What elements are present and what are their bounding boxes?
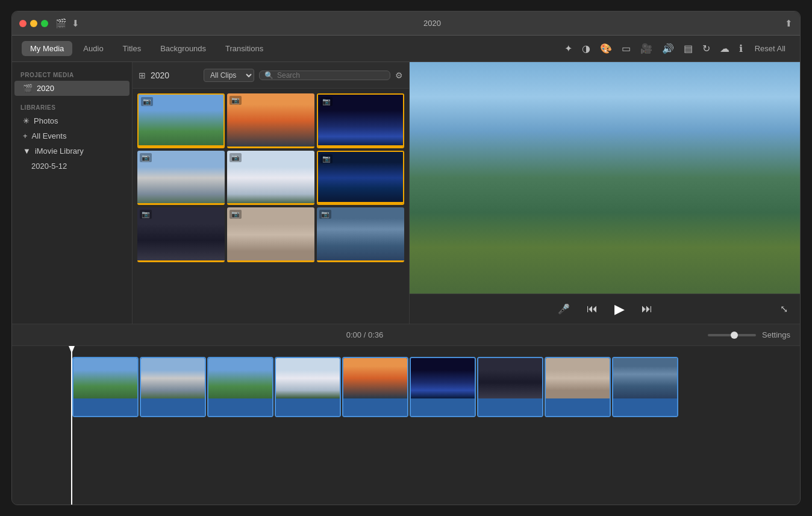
photos-icon: ✳ <box>23 116 30 125</box>
clip-label-6 <box>411 398 475 416</box>
timeline-clip-3[interactable] <box>207 357 273 417</box>
media-thumb-1[interactable]: 📷 <box>137 93 225 148</box>
media-thumb-4[interactable]: 📷 <box>137 151 225 206</box>
tab-transitions[interactable]: Transitions <box>217 41 272 56</box>
color-balance-icon[interactable]: ◑ <box>579 40 593 57</box>
play-button[interactable]: ▶ <box>612 299 627 319</box>
camera-icon-8: 📷 <box>230 210 242 219</box>
timeline-total-time: 0:36 <box>368 330 383 339</box>
camera-icon-2: 📷 <box>230 96 242 105</box>
media-thumb-3[interactable]: 📷 <box>317 93 404 148</box>
timeline-clip-5[interactable] <box>342 357 408 417</box>
title-bar: 🎬 ⬇ 2020 ⬆ <box>12 11 800 36</box>
minimize-button[interactable] <box>30 20 37 27</box>
sidebar-item-2020-5-12[interactable]: 2020-5-12 <box>14 159 130 174</box>
sidebar-all-events-label: All Events <box>32 131 67 140</box>
sidebar-item-2020[interactable]: 🎬 2020 <box>14 81 130 96</box>
tab-titles[interactable]: Titles <box>114 41 150 56</box>
skip-forward-button[interactable]: ⏭ <box>639 300 655 318</box>
media-thumb-8[interactable]: 📷 <box>227 207 314 262</box>
clips-filter-select[interactable]: All Clips Favorites Rejected <box>204 69 254 82</box>
timeline-clip-6[interactable] <box>410 357 476 417</box>
traffic-lights <box>19 20 48 27</box>
tab-backgrounds[interactable]: Backgrounds <box>152 41 214 56</box>
clip-thumb-5 <box>343 358 407 398</box>
timeline-clips <box>12 351 800 417</box>
media-thumb-2[interactable]: 📷 <box>227 93 314 148</box>
clip-label-4 <box>276 398 340 416</box>
export-icon[interactable]: ⬆ <box>785 18 793 29</box>
preview-video[interactable] <box>410 62 800 294</box>
timeline-clip-1[interactable] <box>72 357 139 417</box>
media-thumb-7[interactable]: 📷 <box>137 207 225 262</box>
timeline-settings-button[interactable]: Settings <box>762 330 790 339</box>
info-icon[interactable]: ℹ <box>737 40 745 57</box>
clip-label-9 <box>613 398 677 416</box>
chevron-down-icon: ▼ <box>23 146 31 156</box>
media-thumb-9[interactable]: 📷 <box>317 207 404 262</box>
download-icon[interactable]: ⬇ <box>72 18 80 29</box>
timeline: 0:00 / 0:36 Settings <box>12 324 800 505</box>
media-thumb-6[interactable]: 📷 <box>317 151 404 206</box>
media-thumb-5[interactable]: 📷 <box>227 151 314 206</box>
timeline-time-display: 0:00 / 0:36 <box>22 330 708 339</box>
add-event-icon: + <box>23 131 28 140</box>
timeline-clip-7[interactable] <box>477 357 543 417</box>
nav-tabs-bar: My Media Audio Titles Backgrounds Transi… <box>12 36 800 62</box>
timeline-header: 0:00 / 0:36 Settings <box>12 324 800 346</box>
clip-label-7 <box>478 398 542 416</box>
media-grid: 📷 📷 📷 📷 <box>133 89 409 324</box>
clip-thumb-7 <box>478 358 542 398</box>
main-content: PROJECT MEDIA 🎬 2020 LIBRARIES ✳ Photos … <box>12 62 800 324</box>
reset-all-button[interactable]: Reset All <box>750 42 790 55</box>
sidebar-date-label: 2020-5-12 <box>31 162 67 171</box>
maximize-button[interactable] <box>41 20 48 27</box>
timeline-content[interactable] <box>12 346 800 505</box>
volume-icon[interactable]: 🔊 <box>660 40 676 57</box>
camera-icon-9: 📷 <box>319 210 331 219</box>
clip-thumb-6 <box>411 358 475 398</box>
search-bar[interactable]: 🔍 <box>259 71 390 80</box>
timeline-clip-4[interactable] <box>275 357 341 417</box>
add-clip-icon[interactable]: 🎬 <box>55 18 67 29</box>
noise-reduction-icon[interactable]: ☁ <box>717 40 732 57</box>
toggle-sidebar-icon[interactable]: ⊞ <box>139 71 146 80</box>
crop-icon[interactable]: ▭ <box>619 40 633 57</box>
speed-icon[interactable]: ↻ <box>700 40 713 57</box>
tab-audio[interactable]: Audio <box>75 41 111 56</box>
camera-icon-3: 📷 <box>320 97 333 106</box>
search-input[interactable] <box>277 71 385 80</box>
timeline-clip-8[interactable] <box>545 357 611 417</box>
skip-back-button[interactable]: ⏮ <box>584 300 600 318</box>
preview-panel: 🎤 ⏮ ▶ ⏭ ⤡ <box>410 62 800 324</box>
sidebar-item-all-events[interactable]: + All Events <box>14 128 130 143</box>
media-settings-icon[interactable]: ⚙ <box>395 71 403 80</box>
speed-slider[interactable] <box>708 334 756 336</box>
magic-wand-icon[interactable]: ✦ <box>562 40 575 57</box>
tab-my-media[interactable]: My Media <box>22 41 72 56</box>
window-title: 2020 <box>423 19 441 28</box>
equalizer-icon[interactable]: ▤ <box>681 40 695 57</box>
sidebar-item-photos[interactable]: ✳ Photos <box>14 113 130 128</box>
close-button[interactable] <box>19 20 27 27</box>
sidebar-item-imovie-library[interactable]: ▼ iMovie Library <box>14 143 130 159</box>
media-title-input[interactable] <box>151 71 199 80</box>
camera-icon-7: 📷 <box>140 210 152 219</box>
speed-slider-thumb[interactable] <box>731 332 738 339</box>
clip-thumb-1 <box>73 358 137 398</box>
preview-controls: 🎤 ⏮ ▶ ⏭ ⤡ <box>410 294 800 324</box>
color-wheels-icon[interactable]: 🎨 <box>598 40 614 57</box>
clip-thumb-9 <box>613 358 677 398</box>
timeline-clip-9[interactable] <box>612 357 678 417</box>
speed-slider-track[interactable] <box>708 334 756 336</box>
camera-icon-6: 📷 <box>320 154 333 163</box>
stabilization-icon[interactable]: 🎥 <box>638 40 655 57</box>
clip-thumb-4 <box>276 358 340 398</box>
microphone-button[interactable]: 🎤 <box>555 301 572 317</box>
timeline-clip-2[interactable] <box>140 357 206 417</box>
nav-left: My Media Audio Titles Backgrounds Transi… <box>12 41 272 56</box>
camera-icon-1: 📷 <box>141 97 153 106</box>
timeline-playhead <box>71 346 72 505</box>
sidebar: PROJECT MEDIA 🎬 2020 LIBRARIES ✳ Photos … <box>12 62 133 324</box>
fullscreen-button[interactable]: ⤡ <box>778 301 790 317</box>
